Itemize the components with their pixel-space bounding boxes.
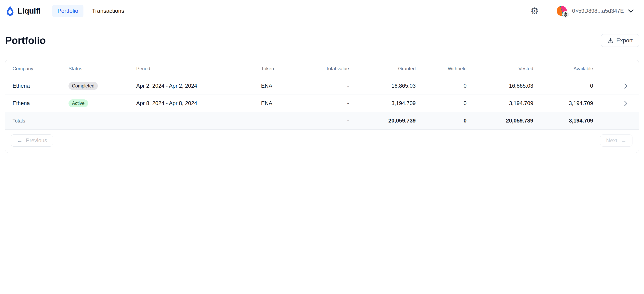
brand[interactable]: Liquifi [6,5,40,17]
cell-vested: 16,865.03 [474,77,540,95]
cell-available: 3,194.709 [540,95,600,112]
cell-withheld: 0 [423,77,474,95]
row-chevron-icon[interactable] [600,95,639,112]
chevron-down-icon[interactable] [628,9,634,13]
cell-period: Apr 8, 2024 - Apr 8, 2024 [129,95,254,112]
cell-vested: 3,194.709 [474,95,540,112]
primary-tabs: Portfolio Transactions [52,5,126,17]
cell-total-value: - [314,95,356,112]
cell-status: Completed [61,77,129,95]
cell-token: ENA [254,77,314,95]
export-label: Export [616,37,633,44]
tab-transactions[interactable]: Transactions [90,5,126,17]
col-vested: Vested [474,60,540,77]
arrow-left-icon: ← [16,137,23,144]
cell-status: Active [61,95,129,112]
page-header: Portfolio Export [5,34,639,47]
brand-name: Liquifi [18,7,40,15]
totals-granted: 20,059.739 [356,112,423,129]
wallet-avatar[interactable] [557,6,567,16]
table-row[interactable]: Ethena Completed Apr 2, 2024 - Apr 2, 20… [5,77,639,95]
cell-token: ENA [254,95,314,112]
previous-button[interactable]: ← Previous [11,134,53,146]
page-title: Portfolio [5,35,46,46]
col-granted: Granted [356,60,423,77]
top-nav-bar: Liquifi Portfolio Transactions ⚙ 0×59D89… [0,0,644,22]
cell-total-value: - [314,77,356,95]
arrow-right-icon: → [620,137,626,144]
col-status: Status [61,60,129,77]
col-actions [600,60,639,77]
status-badge: Active [68,99,88,107]
totals-total-value: - [314,112,356,129]
totals-row: Totals - 20,059.739 0 20,059.739 3,194.7… [5,112,639,129]
status-badge: Completed [68,82,98,90]
col-period: Period [129,60,254,77]
row-chevron-icon[interactable] [600,77,639,95]
wallet-address[interactable]: 0×59D898...a5d347E [572,8,624,14]
col-withheld: Withheld [423,60,474,77]
cell-available: 0 [540,77,600,95]
cell-granted: 16,865.03 [356,77,423,95]
portfolio-table-card: Company Status Period Token Total value … [5,60,639,153]
next-label: Next [606,137,617,144]
gear-icon[interactable]: ⚙ [530,6,539,16]
next-button[interactable]: Next → [600,134,632,146]
cell-withheld: 0 [423,95,474,112]
export-button[interactable]: Export [601,34,639,47]
eth-network-badge-icon [562,11,569,18]
cell-company: Ethena [5,95,61,112]
cell-period: Apr 2, 2024 - Apr 2, 2024 [129,77,254,95]
table-row[interactable]: Ethena Active Apr 8, 2024 - Apr 8, 2024 … [5,95,639,112]
totals-available: 3,194.709 [540,112,600,129]
nav-right-group: ⚙ 0×59D898...a5d347E [530,4,634,19]
totals-withheld: 0 [423,112,474,129]
totals-label: Totals [5,112,61,129]
col-total-value: Total value [314,60,356,77]
totals-vested: 20,059.739 [474,112,540,129]
droplet-logo-icon [6,5,15,17]
pagination: ← Previous Next → [5,129,639,153]
cell-granted: 3,194.709 [356,95,423,112]
col-company: Company [5,60,61,77]
cell-company: Ethena [5,77,61,95]
col-token: Token [254,60,314,77]
col-available: Available [540,60,600,77]
nav-divider [548,4,548,19]
previous-label: Previous [26,137,47,144]
table-header-row: Company Status Period Token Total value … [5,60,639,77]
download-icon [608,38,614,44]
tab-portfolio[interactable]: Portfolio [52,5,84,17]
